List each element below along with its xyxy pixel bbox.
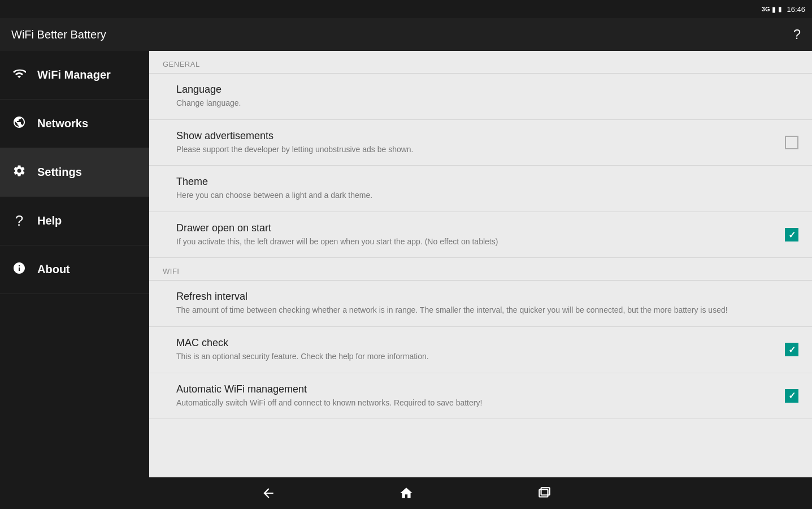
theme-desc: Here you can choose between a light and … [176, 190, 798, 201]
refresh-interval-desc: The amount of time between checking whet… [176, 305, 798, 316]
auto-wifi-desc: Automatically switch WiFi off and connec… [176, 398, 776, 409]
signal-indicator: 3G [762, 6, 770, 12]
sidebar-item-help[interactable]: ? Help [0, 197, 149, 245]
refresh-interval-item[interactable]: Refresh interval The amount of time betw… [149, 281, 812, 327]
theme-item[interactable]: Theme Here you can choose between a ligh… [149, 166, 812, 212]
wifi-section: WIFI Refresh interval The amount of time… [149, 258, 812, 419]
question-mark-icon: ? [11, 212, 27, 230]
language-text: Language Change language. [176, 84, 798, 109]
refresh-interval-text: Refresh interval The amount of time betw… [176, 291, 798, 316]
auto-wifi-item[interactable]: Automatic WiFi management Automatically … [149, 373, 812, 420]
mac-check-checkbox[interactable] [785, 343, 798, 356]
help-button[interactable]: ? [793, 27, 801, 42]
theme-title: Theme [176, 176, 798, 188]
auto-wifi-text: Automatic WiFi management Automatically … [176, 383, 776, 409]
sidebar-item-settings[interactable]: Settings [0, 148, 149, 197]
language-title: Language [176, 84, 798, 96]
app-title: WiFi Better Battery [11, 28, 106, 41]
drawer-open-checkbox[interactable] [785, 228, 798, 241]
globe-icon [11, 115, 27, 132]
recents-button[interactable] [532, 481, 557, 506]
battery-icon: ▮ [772, 5, 776, 14]
sidebar-about-label: About [37, 263, 70, 276]
language-desc: Change language. [176, 98, 798, 109]
status-bar: 3G ▮ ▮ 16:46 [0, 0, 812, 18]
gear-icon [11, 164, 27, 181]
sidebar-help-label: Help [37, 214, 62, 227]
mac-check-text: MAC check This is an optional security f… [176, 337, 776, 363]
show-ads-item[interactable]: Show advertisements Please support the d… [149, 120, 812, 166]
main-area: WiFi Manager Networks Settings ? Help [0, 51, 812, 477]
sidebar: WiFi Manager Networks Settings ? Help [0, 51, 149, 477]
content-panel: GENERAL Language Change language. Show a… [149, 51, 812, 477]
mac-check-item[interactable]: MAC check This is an optional security f… [149, 327, 812, 373]
general-section: GENERAL Language Change language. Show a… [149, 51, 812, 258]
wifi-icon [11, 67, 27, 84]
app-bar: WiFi Better Battery ? [0, 18, 812, 51]
home-button[interactable] [394, 481, 419, 506]
auto-wifi-checkbox[interactable] [785, 389, 798, 403]
sidebar-item-wifi-manager[interactable]: WiFi Manager [0, 51, 149, 100]
clock: 16:46 [787, 5, 805, 14]
sidebar-item-about[interactable]: About [0, 245, 149, 294]
wifi-section-header: WIFI [149, 258, 812, 280]
back-button[interactable] [256, 481, 281, 506]
bottom-nav-bar [0, 477, 812, 509]
sidebar-networks-label: Networks [37, 117, 88, 130]
show-ads-text: Show advertisements Please support the d… [176, 130, 776, 156]
language-item[interactable]: Language Change language. [149, 74, 812, 120]
show-ads-desc: Please support the developer by letting … [176, 144, 776, 156]
drawer-open-desc: If you activate this, the left drawer wi… [176, 236, 776, 248]
info-icon [11, 261, 27, 278]
theme-text: Theme Here you can choose between a ligh… [176, 176, 798, 201]
drawer-open-title: Drawer open on start [176, 222, 776, 234]
mac-check-title: MAC check [176, 337, 776, 349]
mac-check-desc: This is an optional security feature. Ch… [176, 351, 776, 363]
status-bar-icons: 3G ▮ ▮ 16:46 [762, 5, 805, 14]
auto-wifi-title: Automatic WiFi management [176, 383, 776, 395]
refresh-interval-title: Refresh interval [176, 291, 798, 303]
battery-icon2: ▮ [778, 5, 782, 13]
general-section-header: GENERAL [149, 51, 812, 73]
show-ads-title: Show advertisements [176, 130, 776, 142]
sidebar-wifi-manager-label: WiFi Manager [37, 68, 111, 81]
show-ads-checkbox[interactable] [785, 136, 798, 149]
drawer-open-text: Drawer open on start If you activate thi… [176, 222, 776, 248]
sidebar-settings-label: Settings [37, 166, 82, 179]
sidebar-item-networks[interactable]: Networks [0, 100, 149, 148]
drawer-open-item[interactable]: Drawer open on start If you activate thi… [149, 212, 812, 258]
